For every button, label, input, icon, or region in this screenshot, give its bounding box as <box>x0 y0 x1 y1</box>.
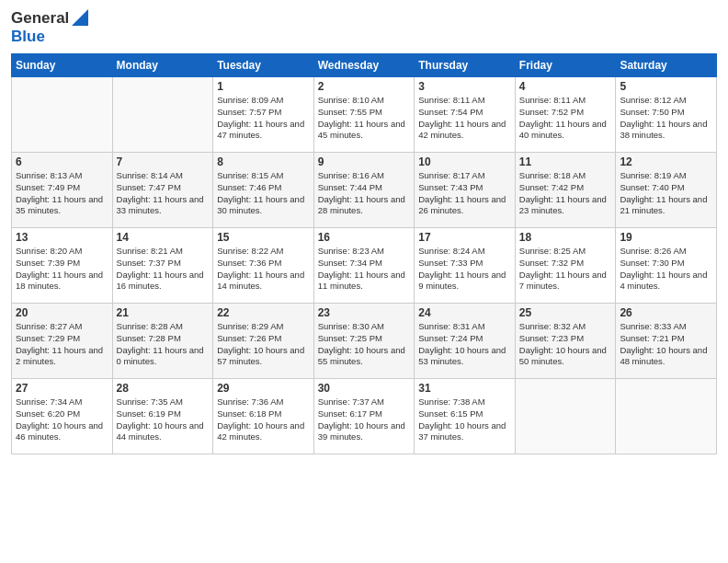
day-number: 24 <box>418 306 511 319</box>
day-info: Sunrise: 8:19 AM Sunset: 7:40 PM Dayligh… <box>620 170 712 217</box>
calendar-day-cell: 19Sunrise: 8:26 AM Sunset: 7:30 PM Dayli… <box>616 228 717 304</box>
day-number: 2 <box>318 80 411 93</box>
day-number: 25 <box>519 306 612 319</box>
calendar-day-cell: 10Sunrise: 8:17 AM Sunset: 7:43 PM Dayli… <box>415 153 516 228</box>
calendar-day-cell <box>112 77 213 153</box>
logo-general-text: General <box>11 9 69 28</box>
day-info: Sunrise: 8:18 AM Sunset: 7:42 PM Dayligh… <box>519 170 612 217</box>
day-info: Sunrise: 7:34 AM Sunset: 6:20 PM Dayligh… <box>16 396 108 443</box>
day-info: Sunrise: 8:24 AM Sunset: 7:33 PM Dayligh… <box>418 246 511 293</box>
calendar-day-cell: 30Sunrise: 7:37 AM Sunset: 6:17 PM Dayli… <box>313 379 415 454</box>
calendar-day-cell <box>515 379 616 454</box>
day-info: Sunrise: 8:28 AM Sunset: 7:28 PM Dayligh… <box>117 321 210 368</box>
day-info: Sunrise: 8:23 AM Sunset: 7:34 PM Dayligh… <box>318 246 411 293</box>
calendar-day-cell: 15Sunrise: 8:22 AM Sunset: 7:36 PM Dayli… <box>213 228 314 304</box>
day-number: 9 <box>318 155 411 168</box>
calendar-day-cell: 7Sunrise: 8:14 AM Sunset: 7:47 PM Daylig… <box>112 153 213 228</box>
day-info: Sunrise: 8:29 AM Sunset: 7:26 PM Dayligh… <box>217 321 310 368</box>
day-number: 16 <box>318 231 411 244</box>
day-number: 1 <box>217 80 310 93</box>
header: General Blue <box>11 9 717 46</box>
calendar-header-row: SundayMondayTuesdayWednesdayThursdayFrid… <box>12 54 717 77</box>
day-number: 12 <box>620 155 712 168</box>
day-info: Sunrise: 8:11 AM Sunset: 7:54 PM Dayligh… <box>418 95 511 142</box>
calendar-day-cell: 14Sunrise: 8:21 AM Sunset: 7:37 PM Dayli… <box>112 228 213 304</box>
day-info: Sunrise: 8:11 AM Sunset: 7:52 PM Dayligh… <box>519 95 612 142</box>
day-number: 27 <box>16 382 108 395</box>
day-info: Sunrise: 8:22 AM Sunset: 7:36 PM Dayligh… <box>217 246 310 293</box>
day-number: 26 <box>620 306 712 319</box>
day-number: 14 <box>117 231 210 244</box>
day-number: 5 <box>620 80 712 93</box>
day-number: 31 <box>418 382 511 395</box>
calendar-week-row: 27Sunrise: 7:34 AM Sunset: 6:20 PM Dayli… <box>12 379 717 454</box>
day-info: Sunrise: 8:09 AM Sunset: 7:57 PM Dayligh… <box>217 95 310 142</box>
calendar-table: SundayMondayTuesdayWednesdayThursdayFrid… <box>11 53 717 454</box>
calendar-day-cell <box>12 77 113 153</box>
calendar-day-cell: 22Sunrise: 8:29 AM Sunset: 7:26 PM Dayli… <box>213 304 314 379</box>
day-info: Sunrise: 7:38 AM Sunset: 6:15 PM Dayligh… <box>418 396 511 443</box>
day-header-saturday: Saturday <box>616 54 717 77</box>
calendar-week-row: 13Sunrise: 8:20 AM Sunset: 7:39 PM Dayli… <box>12 228 717 304</box>
calendar-day-cell: 20Sunrise: 8:27 AM Sunset: 7:29 PM Dayli… <box>12 304 113 379</box>
calendar-day-cell: 4Sunrise: 8:11 AM Sunset: 7:52 PM Daylig… <box>515 77 616 153</box>
calendar-day-cell: 23Sunrise: 8:30 AM Sunset: 7:25 PM Dayli… <box>313 304 415 379</box>
day-info: Sunrise: 8:16 AM Sunset: 7:44 PM Dayligh… <box>318 170 411 217</box>
day-number: 7 <box>117 155 210 168</box>
day-number: 4 <box>519 80 612 93</box>
day-header-thursday: Thursday <box>415 54 516 77</box>
day-info: Sunrise: 7:35 AM Sunset: 6:19 PM Dayligh… <box>117 396 210 443</box>
day-number: 22 <box>217 306 310 319</box>
logo-icon <box>72 9 88 26</box>
calendar-day-cell: 6Sunrise: 8:13 AM Sunset: 7:49 PM Daylig… <box>12 153 113 228</box>
day-number: 28 <box>117 382 210 395</box>
calendar-day-cell: 13Sunrise: 8:20 AM Sunset: 7:39 PM Dayli… <box>12 228 113 304</box>
day-info: Sunrise: 8:10 AM Sunset: 7:55 PM Dayligh… <box>318 95 411 142</box>
calendar-week-row: 6Sunrise: 8:13 AM Sunset: 7:49 PM Daylig… <box>12 153 717 228</box>
day-number: 8 <box>217 155 310 168</box>
day-number: 15 <box>217 231 310 244</box>
day-info: Sunrise: 8:32 AM Sunset: 7:23 PM Dayligh… <box>519 321 612 368</box>
day-number: 20 <box>16 306 108 319</box>
day-number: 3 <box>418 80 511 93</box>
calendar-day-cell: 1Sunrise: 8:09 AM Sunset: 7:57 PM Daylig… <box>213 77 314 153</box>
calendar-day-cell: 31Sunrise: 7:38 AM Sunset: 6:15 PM Dayli… <box>415 379 516 454</box>
day-number: 18 <box>519 231 612 244</box>
day-number: 23 <box>318 306 411 319</box>
calendar-day-cell: 12Sunrise: 8:19 AM Sunset: 7:40 PM Dayli… <box>616 153 717 228</box>
day-info: Sunrise: 8:26 AM Sunset: 7:30 PM Dayligh… <box>620 246 712 293</box>
calendar-day-cell: 2Sunrise: 8:10 AM Sunset: 7:55 PM Daylig… <box>313 77 415 153</box>
day-header-wednesday: Wednesday <box>313 54 415 77</box>
calendar-day-cell: 16Sunrise: 8:23 AM Sunset: 7:34 PM Dayli… <box>313 228 415 304</box>
day-number: 11 <box>519 155 612 168</box>
day-number: 19 <box>620 231 712 244</box>
day-number: 29 <box>217 382 310 395</box>
calendar-day-cell: 5Sunrise: 8:12 AM Sunset: 7:50 PM Daylig… <box>616 77 717 153</box>
day-info: Sunrise: 8:13 AM Sunset: 7:49 PM Dayligh… <box>16 170 108 217</box>
day-info: Sunrise: 8:33 AM Sunset: 7:21 PM Dayligh… <box>620 321 712 368</box>
day-info: Sunrise: 8:12 AM Sunset: 7:50 PM Dayligh… <box>620 95 712 142</box>
day-number: 13 <box>16 231 108 244</box>
logo-blue-text: Blue <box>11 28 45 45</box>
day-header-sunday: Sunday <box>12 54 113 77</box>
calendar-day-cell: 17Sunrise: 8:24 AM Sunset: 7:33 PM Dayli… <box>415 228 516 304</box>
calendar-day-cell <box>616 379 717 454</box>
day-header-tuesday: Tuesday <box>213 54 314 77</box>
calendar-day-cell: 18Sunrise: 8:25 AM Sunset: 7:32 PM Dayli… <box>515 228 616 304</box>
calendar-day-cell: 8Sunrise: 8:15 AM Sunset: 7:46 PM Daylig… <box>213 153 314 228</box>
calendar-day-cell: 27Sunrise: 7:34 AM Sunset: 6:20 PM Dayli… <box>12 379 113 454</box>
day-info: Sunrise: 7:37 AM Sunset: 6:17 PM Dayligh… <box>318 396 411 443</box>
day-number: 30 <box>318 382 411 395</box>
day-info: Sunrise: 8:31 AM Sunset: 7:24 PM Dayligh… <box>418 321 511 368</box>
calendar-week-row: 20Sunrise: 8:27 AM Sunset: 7:29 PM Dayli… <box>12 304 717 379</box>
day-number: 10 <box>418 155 511 168</box>
day-info: Sunrise: 8:27 AM Sunset: 7:29 PM Dayligh… <box>16 321 108 368</box>
day-number: 21 <box>117 306 210 319</box>
calendar-day-cell: 24Sunrise: 8:31 AM Sunset: 7:24 PM Dayli… <box>415 304 516 379</box>
day-info: Sunrise: 7:36 AM Sunset: 6:18 PM Dayligh… <box>217 396 310 443</box>
day-info: Sunrise: 8:17 AM Sunset: 7:43 PM Dayligh… <box>418 170 511 217</box>
calendar-container: General Blue SundayMondayTuesdayWednesda… <box>0 0 728 563</box>
day-info: Sunrise: 8:15 AM Sunset: 7:46 PM Dayligh… <box>217 170 310 217</box>
day-info: Sunrise: 8:14 AM Sunset: 7:47 PM Dayligh… <box>117 170 210 217</box>
calendar-day-cell: 26Sunrise: 8:33 AM Sunset: 7:21 PM Dayli… <box>616 304 717 379</box>
